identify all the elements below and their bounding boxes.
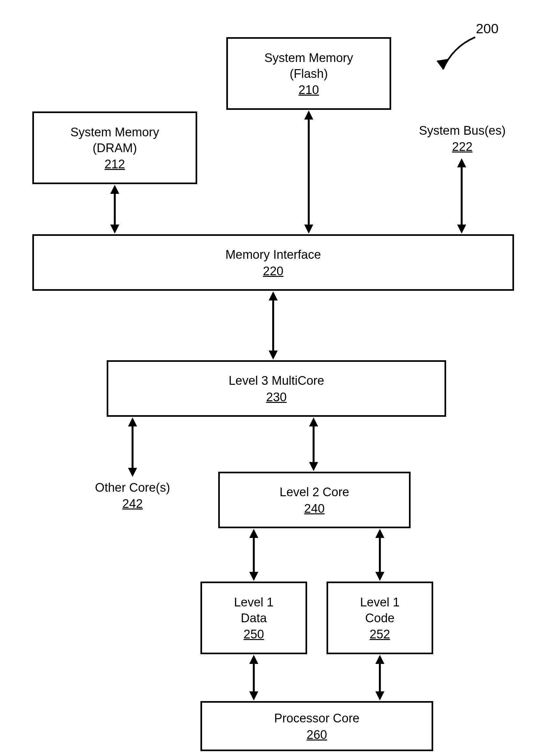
arrow-flash-meminterface-head-up <box>304 110 313 120</box>
box-l1-data: Level 1 Data 250 <box>200 582 307 654</box>
arrow-sysbus-meminterface <box>461 164 463 229</box>
box-processor-core: Processor Core 260 <box>200 701 433 751</box>
box-memory-interface-title: Memory Interface <box>225 247 321 263</box>
arrow-l1code-processorcore <box>379 660 381 696</box>
arrow-l3-l2-head-down <box>309 462 318 471</box>
box-system-memory-dram-title: System Memory (DRAM) <box>70 124 159 156</box>
box-l1-code-title: Level 1 Code <box>360 594 400 626</box>
arrow-flash-meminterface <box>308 116 310 229</box>
box-l1-code: Level 1 Code 252 <box>327 582 433 654</box>
label-system-bus-title: System Bus(es) <box>419 123 506 139</box>
box-processor-core-ref: 260 <box>307 728 327 742</box>
box-system-memory-dram-ref: 212 <box>104 157 125 171</box>
label-system-bus: System Bus(es) 222 <box>411 123 514 154</box>
arrow-meminterface-l3-head-down <box>268 351 278 360</box>
arrow-l3-l2 <box>313 423 315 466</box>
box-memory-interface-ref: 220 <box>263 264 283 278</box>
box-memory-interface: Memory Interface 220 <box>32 234 514 291</box>
arrow-flash-meminterface-head-down <box>304 225 313 234</box>
arrow-l1data-processorcore-head-down <box>249 691 258 700</box>
arrow-l1code-processorcore-head-down <box>375 691 384 700</box>
arrow-dram-meminterface-head-down <box>110 225 119 234</box>
arrow-l2-l1data-head-up <box>249 529 258 538</box>
arrow-l3-othercores-head-down <box>128 468 137 477</box>
arrow-l2-l1code-head-up <box>375 529 384 538</box>
arrow-sysbus-meminterface-head-up <box>457 158 466 167</box>
arrow-dram-meminterface-head-up <box>110 185 119 194</box>
arrow-l2-l1code-head-down <box>375 572 384 581</box>
box-l1-data-title: Level 1 Data <box>234 594 274 626</box>
arrow-l1code-processorcore-head-up <box>375 655 384 664</box>
box-processor-core-title: Processor Core <box>274 710 360 726</box>
label-other-cores-title: Other Core(s) <box>95 480 170 496</box>
arrow-l1data-processorcore-head-up <box>249 655 258 664</box>
box-system-memory-dram: System Memory (DRAM) 212 <box>32 111 197 184</box>
arrow-l2-l1data <box>253 534 255 576</box>
box-system-memory-flash-ref: 210 <box>299 83 319 97</box>
box-l1-data-ref: 250 <box>243 627 264 641</box>
box-l1-code-ref: 252 <box>370 627 390 641</box>
arrow-l2-l1code <box>379 534 381 576</box>
arrow-meminterface-l3-head-up <box>268 291 278 300</box>
box-l3-multicore: Level 3 MultiCore 230 <box>107 360 446 417</box>
label-other-cores: Other Core(s) 242 <box>84 480 181 511</box>
box-system-memory-flash-title: System Memory (Flash) <box>264 50 353 82</box>
arrow-meminterface-l3 <box>272 297 274 355</box>
arrow-l3-othercores-head-up <box>128 417 137 426</box>
box-system-memory-flash: System Memory (Flash) 210 <box>226 37 391 110</box>
box-l3-multicore-title: Level 3 MultiCore <box>228 373 324 389</box>
box-l2-core: Level 2 Core 240 <box>218 472 411 528</box>
box-l2-core-title: Level 2 Core <box>280 484 349 500</box>
label-other-cores-ref: 242 <box>122 497 142 511</box>
svg-marker-0 <box>437 59 449 69</box>
arrow-sysbus-meminterface-head-down <box>457 225 466 234</box>
box-l3-multicore-ref: 230 <box>266 390 287 404</box>
arrow-l3-l2-head-up <box>309 417 318 426</box>
label-system-bus-ref: 222 <box>452 140 472 154</box>
arrow-dram-meminterface <box>114 190 116 229</box>
arrow-l1data-processorcore <box>253 660 255 696</box>
arrow-l3-othercores <box>131 423 133 471</box>
box-l2-core-ref: 240 <box>304 502 325 516</box>
arrow-l2-l1data-head-down <box>249 572 258 581</box>
